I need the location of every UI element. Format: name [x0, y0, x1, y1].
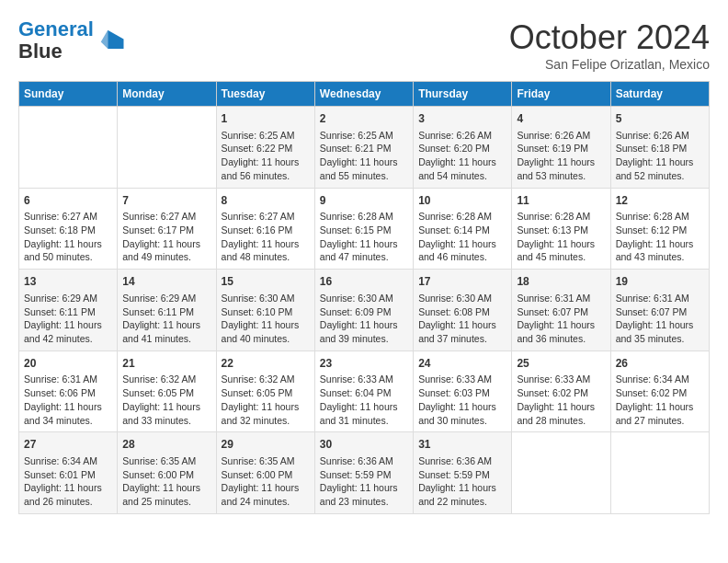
- sunset-text: Sunset: 6:18 PM: [24, 224, 96, 236]
- calendar-cell: 26Sunrise: 6:34 AMSunset: 6:02 PMDayligh…: [610, 350, 709, 432]
- day-number: 7: [122, 193, 210, 209]
- daylight-text: Daylight: 11 hours and 28 minutes.: [517, 401, 595, 426]
- day-number: 1: [222, 111, 310, 127]
- calendar-cell: 20Sunrise: 6:31 AMSunset: 6:06 PMDayligh…: [19, 350, 118, 432]
- calendar-cell: 4Sunrise: 6:26 AMSunset: 6:19 PMDaylight…: [512, 107, 610, 189]
- calendar-cell: 11Sunrise: 6:28 AMSunset: 6:13 PMDayligh…: [512, 188, 610, 270]
- daylight-text: Daylight: 11 hours and 54 minutes.: [418, 156, 496, 181]
- daylight-text: Daylight: 11 hours and 27 minutes.: [616, 401, 694, 426]
- sunrise-text: Sunrise: 6:28 AM: [616, 211, 689, 222]
- weekday-header-wednesday: Wednesday: [314, 82, 413, 107]
- calendar-cell: 10Sunrise: 6:28 AMSunset: 6:14 PMDayligh…: [414, 188, 512, 270]
- daylight-text: Daylight: 11 hours and 56 minutes.: [222, 156, 300, 181]
- day-number: 31: [418, 437, 506, 453]
- calendar-cell: 13Sunrise: 6:29 AMSunset: 6:11 PMDayligh…: [19, 270, 118, 351]
- svg-marker-0: [108, 30, 123, 49]
- sunset-text: Sunset: 6:05 PM: [122, 387, 194, 398]
- sunset-text: Sunset: 6:11 PM: [24, 306, 96, 317]
- sunrise-text: Sunrise: 6:33 AM: [320, 373, 393, 385]
- sunset-text: Sunset: 6:17 PM: [122, 224, 194, 236]
- day-number: 27: [24, 437, 112, 453]
- calendar-body: 1Sunrise: 6:25 AMSunset: 6:22 PMDaylight…: [19, 107, 710, 514]
- day-number: 22: [222, 356, 310, 372]
- sunset-text: Sunset: 5:59 PM: [418, 469, 490, 480]
- daylight-text: Daylight: 11 hours and 32 minutes.: [222, 401, 300, 426]
- weekday-header-friday: Friday: [512, 82, 610, 107]
- sunrise-text: Sunrise: 6:32 AM: [222, 373, 295, 385]
- calendar-cell: [512, 432, 610, 514]
- weekday-header-sunday: Sunday: [19, 82, 118, 107]
- calendar-week-3: 20Sunrise: 6:31 AMSunset: 6:06 PMDayligh…: [19, 350, 710, 432]
- daylight-text: Daylight: 11 hours and 41 minutes.: [122, 319, 200, 344]
- day-number: 17: [418, 274, 506, 290]
- sunset-text: Sunset: 6:02 PM: [616, 387, 688, 398]
- daylight-text: Daylight: 11 hours and 55 minutes.: [320, 156, 398, 181]
- sunrise-text: Sunrise: 6:32 AM: [122, 373, 196, 385]
- calendar-cell: 29Sunrise: 6:35 AMSunset: 6:00 PMDayligh…: [216, 432, 314, 514]
- sunrise-text: Sunrise: 6:33 AM: [517, 373, 590, 385]
- sunset-text: Sunset: 6:05 PM: [222, 387, 293, 398]
- sunrise-text: Sunrise: 6:31 AM: [616, 293, 689, 304]
- day-number: 2: [320, 111, 408, 127]
- location: San Felipe Orizatlan, Mexico: [509, 57, 710, 72]
- sunset-text: Sunset: 5:59 PM: [320, 469, 392, 480]
- page-header: GeneralBlue October 2024 San Felipe Oriz…: [18, 18, 710, 72]
- month-title: October 2024: [509, 18, 710, 57]
- day-number: 6: [24, 193, 112, 209]
- sunset-text: Sunset: 6:11 PM: [122, 306, 194, 317]
- daylight-text: Daylight: 11 hours and 22 minutes.: [418, 482, 496, 507]
- calendar-cell: 2Sunrise: 6:25 AMSunset: 6:21 PMDaylight…: [314, 107, 413, 189]
- sunrise-text: Sunrise: 6:31 AM: [517, 293, 590, 304]
- day-number: 26: [616, 356, 704, 372]
- sunset-text: Sunset: 6:07 PM: [517, 306, 588, 317]
- sunrise-text: Sunrise: 6:35 AM: [122, 455, 196, 466]
- calendar-cell: 8Sunrise: 6:27 AMSunset: 6:16 PMDaylight…: [216, 188, 314, 270]
- day-number: 11: [517, 193, 605, 209]
- day-number: 16: [320, 274, 408, 290]
- calendar-cell: 14Sunrise: 6:29 AMSunset: 6:11 PMDayligh…: [118, 270, 216, 351]
- sunrise-text: Sunrise: 6:36 AM: [320, 455, 393, 466]
- daylight-text: Daylight: 11 hours and 50 minutes.: [24, 238, 102, 263]
- sunset-text: Sunset: 6:02 PM: [517, 387, 588, 398]
- sunset-text: Sunset: 6:12 PM: [616, 224, 688, 236]
- sunrise-text: Sunrise: 6:26 AM: [517, 130, 590, 141]
- sunset-text: Sunset: 6:13 PM: [517, 224, 588, 236]
- calendar-cell: 18Sunrise: 6:31 AMSunset: 6:07 PMDayligh…: [512, 270, 610, 351]
- sunset-text: Sunset: 6:21 PM: [320, 143, 392, 154]
- sunrise-text: Sunrise: 6:25 AM: [320, 130, 393, 141]
- calendar-cell: 28Sunrise: 6:35 AMSunset: 6:00 PMDayligh…: [118, 432, 216, 514]
- sunrise-text: Sunrise: 6:27 AM: [122, 211, 196, 222]
- daylight-text: Daylight: 11 hours and 35 minutes.: [616, 319, 694, 344]
- weekday-header-saturday: Saturday: [610, 82, 709, 107]
- title-block: October 2024 San Felipe Orizatlan, Mexic…: [509, 18, 710, 72]
- sunrise-text: Sunrise: 6:30 AM: [222, 293, 295, 304]
- daylight-text: Daylight: 11 hours and 46 minutes.: [418, 238, 496, 263]
- day-number: 19: [616, 274, 704, 290]
- calendar-cell: 30Sunrise: 6:36 AMSunset: 5:59 PMDayligh…: [314, 432, 413, 514]
- daylight-text: Daylight: 11 hours and 30 minutes.: [418, 401, 496, 426]
- daylight-text: Daylight: 11 hours and 24 minutes.: [222, 482, 300, 507]
- sunrise-text: Sunrise: 6:28 AM: [320, 211, 393, 222]
- daylight-text: Daylight: 11 hours and 47 minutes.: [320, 238, 398, 263]
- daylight-text: Daylight: 11 hours and 53 minutes.: [517, 156, 595, 181]
- calendar-cell: 31Sunrise: 6:36 AMSunset: 5:59 PMDayligh…: [414, 432, 512, 514]
- calendar-cell: 15Sunrise: 6:30 AMSunset: 6:10 PMDayligh…: [216, 270, 314, 351]
- day-number: 9: [320, 193, 408, 209]
- daylight-text: Daylight: 11 hours and 36 minutes.: [517, 319, 595, 344]
- sunrise-text: Sunrise: 6:28 AM: [517, 211, 590, 222]
- sunset-text: Sunset: 6:04 PM: [320, 387, 392, 398]
- daylight-text: Daylight: 11 hours and 48 minutes.: [222, 238, 300, 263]
- sunset-text: Sunset: 6:14 PM: [418, 224, 490, 236]
- sunrise-text: Sunrise: 6:34 AM: [616, 373, 689, 385]
- sunrise-text: Sunrise: 6:26 AM: [616, 130, 689, 141]
- sunrise-text: Sunrise: 6:27 AM: [24, 211, 97, 222]
- day-number: 23: [320, 356, 408, 372]
- daylight-text: Daylight: 11 hours and 42 minutes.: [24, 319, 102, 344]
- svg-marker-1: [101, 30, 108, 49]
- sunset-text: Sunset: 6:00 PM: [122, 469, 194, 480]
- day-number: 29: [222, 437, 310, 453]
- sunrise-text: Sunrise: 6:29 AM: [24, 293, 97, 304]
- sunrise-text: Sunrise: 6:33 AM: [418, 373, 492, 385]
- calendar-cell: 9Sunrise: 6:28 AMSunset: 6:15 PMDaylight…: [314, 188, 413, 270]
- day-number: 14: [122, 274, 210, 290]
